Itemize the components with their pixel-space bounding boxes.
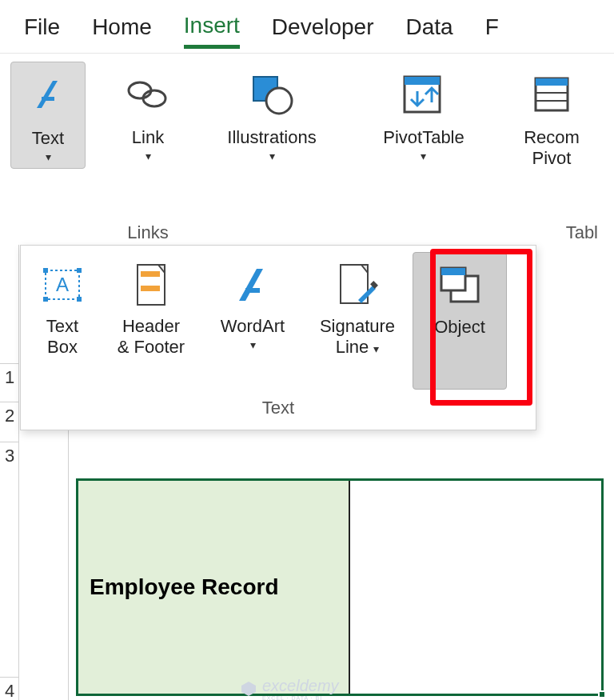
pivottable-button[interactable]: PivotTable ▾ (373, 62, 474, 167)
chevron-down-icon: ▾ (221, 338, 285, 352)
chevron-down-icon: ▾ (421, 150, 426, 162)
signature-l1: Signature (320, 316, 395, 336)
header-footer-icon (131, 257, 171, 313)
text-icon (26, 67, 70, 123)
text-dropdown-label: Text (32, 128, 64, 149)
shapes-icon (245, 66, 298, 122)
svg-rect-14 (43, 268, 48, 273)
recom-l1: Recom (524, 127, 580, 147)
recom-l2: Pivot (532, 148, 572, 168)
tab-home[interactable]: Home (92, 14, 152, 46)
chevron-down-icon: ▾ (373, 342, 379, 355)
wordart-button[interactable]: WordArt ▾ (203, 252, 302, 390)
svg-rect-17 (77, 297, 82, 302)
svg-rect-16 (43, 297, 48, 302)
svg-text:A: A (56, 274, 69, 295)
watermark-sub: EXCEL · DATA · BI (262, 695, 339, 700)
svg-rect-8 (536, 78, 568, 86)
pivottable-label: PivotTable (383, 127, 464, 148)
selected-range[interactable]: Employee Record (76, 478, 604, 696)
recommended-pivottables-icon (529, 66, 574, 122)
text-box-button[interactable]: A Text Box (26, 252, 99, 390)
signature-l2: Line (336, 337, 369, 357)
row-headers: 1 2 3 4 (0, 245, 19, 700)
row-header-4[interactable]: 4 (0, 677, 19, 700)
tab-partial[interactable]: F (485, 14, 499, 46)
tab-data[interactable]: Data (406, 14, 453, 46)
svg-rect-15 (77, 268, 82, 273)
object-icon (437, 258, 483, 314)
watermark: exceldemy EXCEL · DATA · BI (240, 677, 339, 700)
svg-point-2 (143, 90, 165, 106)
link-label: Link (132, 127, 164, 148)
header-footer-l1: Header (122, 316, 180, 336)
tab-insert[interactable]: Insert (184, 13, 240, 49)
cell-employee-record[interactable]: Employee Record (78, 481, 350, 694)
row-header-1[interactable]: 1 (0, 363, 19, 388)
svg-rect-6 (405, 77, 440, 85)
text-gallery-popup: A Text Box Header & Fo (20, 245, 536, 430)
wordart-icon (226, 257, 279, 313)
svg-point-4 (266, 88, 292, 114)
tab-developer[interactable]: Developer (272, 14, 374, 46)
chevron-down-icon: ▾ (46, 150, 51, 163)
tab-file[interactable]: File (24, 14, 60, 46)
selection-fill-handle[interactable] (598, 690, 606, 698)
svg-rect-0 (42, 97, 54, 101)
object-label: Object (434, 317, 485, 338)
text-box-icon: A (39, 257, 86, 313)
gallery-group-label: Text (21, 398, 536, 423)
svg-point-1 (129, 82, 151, 98)
header-footer-l2: & Footer (118, 337, 185, 357)
recommended-pivottables-button[interactable]: Recom Pivot (514, 62, 589, 174)
ribbon-tabs: File Home Insert Developer Data F (0, 0, 614, 53)
signature-icon (336, 257, 379, 313)
svg-rect-18 (138, 265, 165, 305)
svg-rect-20 (141, 271, 160, 277)
cell-value: Employee Record (90, 574, 279, 600)
text-dropdown-button[interactable]: Text ▾ (10, 62, 86, 169)
svg-rect-28 (441, 268, 465, 275)
watermark-name: exceldemy (262, 677, 339, 695)
link-button[interactable]: Link ▾ (114, 62, 181, 167)
illustrations-button[interactable]: Illustrations ▾ (217, 62, 325, 167)
group-label-tables: Tabl (504, 222, 600, 245)
svg-marker-11 (241, 682, 256, 696)
svg-rect-21 (141, 286, 160, 291)
chevron-down-icon: ▾ (269, 150, 275, 162)
svg-rect-22 (245, 288, 260, 293)
signature-line-button[interactable]: Signature Line ▾ (305, 252, 409, 390)
group-label-links: Links (127, 222, 168, 245)
row-header-3[interactable]: 3 (0, 442, 19, 466)
chevron-down-icon: ▾ (146, 150, 151, 162)
header-footer-button[interactable]: Header & Footer (102, 252, 200, 390)
row-header-2[interactable]: 2 (0, 402, 19, 426)
object-button[interactable]: Object (413, 252, 507, 390)
link-icon (124, 66, 172, 122)
text-box-l2: Box (47, 337, 78, 357)
ribbon: Text ▾ Link ▾ Links (0, 53, 614, 245)
wordart-l1: WordArt (221, 316, 285, 336)
pivottable-icon (400, 66, 448, 122)
text-box-l1: Text (46, 316, 78, 336)
illustrations-label: Illustrations (227, 127, 316, 148)
